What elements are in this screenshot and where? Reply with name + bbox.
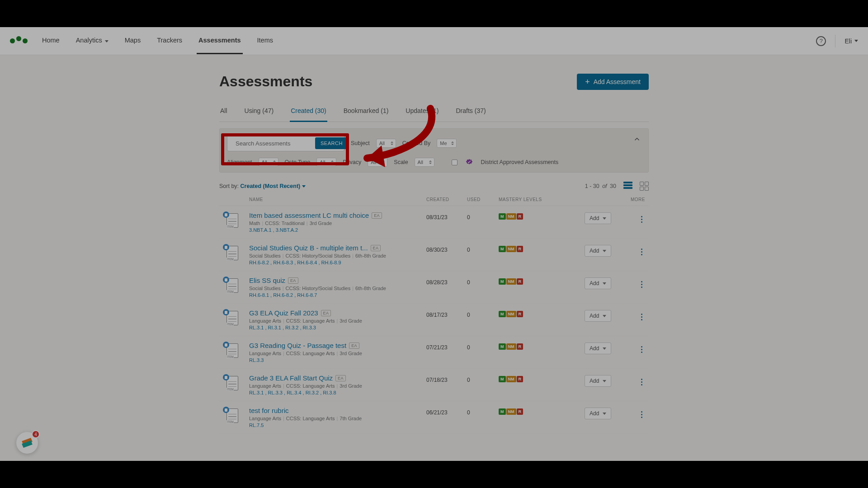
table-row: ITEMG3 Reading Quiz - Passage testEALang… (219, 336, 649, 369)
help-icon[interactable]: ? (816, 36, 826, 46)
assessment-standards[interactable]: RL.3.3 (249, 357, 426, 363)
col-mastery: MASTERY LEVELS (499, 197, 585, 202)
divider (835, 35, 835, 47)
assessment-standards[interactable]: RL.7.5 (249, 422, 426, 428)
assessment-title-link[interactable]: Elis SS quiz (249, 277, 285, 284)
assessment-meta: Language Arts|CCSS: Language Arts|3rd Gr… (249, 351, 426, 356)
more-menu-icon[interactable] (638, 311, 645, 323)
nav-home[interactable]: Home (40, 28, 61, 54)
table-row: ITEMSocial Studies Quiz B - multiple ite… (219, 239, 649, 271)
used-count: 0 (467, 244, 499, 253)
assessment-icon: ITEM (223, 244, 239, 260)
add-dropdown[interactable]: Add (585, 277, 611, 289)
filter-alignment-select[interactable]: All (259, 158, 278, 167)
used-count: 0 (467, 407, 499, 416)
assessment-meta: Language Arts|CCSS: Language Arts|3rd Gr… (249, 383, 426, 389)
lock-icon (223, 244, 229, 250)
filter-qstntype-label: Qstn Type (285, 159, 311, 165)
assessment-standards[interactable]: RH.6-8.2 , RH.6-8.3 , RH.6-8.4 , RH.6-8.… (249, 260, 426, 265)
add-dropdown[interactable]: Add (585, 408, 611, 419)
used-count: 0 (467, 309, 499, 318)
assessment-meta: Language Arts|CCSS: Language Arts|7th Gr… (249, 416, 426, 421)
used-count: 0 (467, 374, 499, 383)
mastery-badges: MNMR (499, 376, 585, 382)
add-assessment-label: Add Assessment (594, 78, 641, 85)
sort-dropdown[interactable]: Created (Most Recent) (241, 183, 306, 189)
search-button[interactable]: SEARCH (315, 137, 348, 149)
add-dropdown[interactable]: Add (585, 245, 611, 257)
assessment-standards[interactable]: RL.3.1 , RL.3.3 , RL.3.4 , RI.3.2 , RI.3… (249, 390, 426, 395)
user-menu[interactable]: Eli (844, 38, 858, 45)
ea-badge: EA (371, 245, 381, 251)
sort-by-label: Sort by: (219, 183, 239, 189)
more-menu-icon[interactable] (638, 376, 645, 388)
tab-all[interactable]: All (219, 103, 228, 122)
district-badge-icon (466, 159, 473, 166)
created-date: 08/30/23 (426, 244, 467, 253)
more-menu-icon[interactable] (638, 343, 645, 356)
add-dropdown[interactable]: Add (585, 375, 611, 387)
lock-icon (223, 309, 229, 315)
mastery-badges: MNMR (499, 343, 585, 350)
tab-drafts-37-[interactable]: Drafts (37) (455, 103, 487, 122)
assessment-title-link[interactable]: Grade 3 ELA Fall Start Quiz (249, 374, 333, 382)
search-input[interactable] (236, 140, 311, 147)
assessment-title-link[interactable]: G3 Reading Quiz - Passage test (249, 342, 346, 349)
col-more: MORE (625, 197, 645, 202)
lock-icon (223, 407, 229, 413)
add-assessment-button[interactable]: Add Assessment (577, 74, 649, 90)
table-row: ITEMGrade 3 ELA Fall Start QuizEALanguag… (219, 369, 649, 401)
table-row: ITEMItem based assessment LC multi choic… (219, 206, 649, 239)
nav-trackers[interactable]: Trackers (155, 28, 184, 54)
add-dropdown[interactable]: Add (585, 343, 611, 354)
help-widget[interactable]: 4 (16, 432, 38, 454)
letterbox-bottom (0, 461, 868, 488)
nav-maps[interactable]: Maps (123, 28, 142, 54)
view-list-icon[interactable] (623, 182, 632, 191)
nav-items[interactable]: Items (255, 28, 275, 54)
filter-qstntype-select[interactable]: All (316, 158, 336, 167)
add-dropdown[interactable]: Add (585, 212, 611, 224)
lock-icon (223, 342, 229, 348)
assessment-icon: ITEM (223, 211, 239, 228)
col-used: USED (467, 197, 499, 202)
created-date: 08/17/23 (426, 309, 467, 318)
tab-using-47-[interactable]: Using (47) (244, 103, 275, 122)
assessment-title-link[interactable]: G3 ELA Quiz Fall 2023 (249, 309, 318, 317)
more-menu-icon[interactable] (638, 408, 645, 421)
table-row: ITEMtest for rubricLanguage Arts|CCSS: L… (219, 401, 649, 434)
assessment-standards[interactable]: RL.3.1 , RI.3.1 , RI.3.2 , RI.3.3 (249, 325, 426, 330)
mastery-badges: MNMR (499, 213, 585, 220)
mastery-badges: MNMR (499, 278, 585, 285)
lock-icon (223, 374, 229, 380)
collapse-filters-icon[interactable] (633, 135, 641, 145)
district-checkbox[interactable] (452, 160, 458, 165)
assessment-icon: ITEM (223, 374, 239, 390)
assessment-standards[interactable]: 3.NBT.A.1 , 3.NBT.A.2 (249, 227, 426, 233)
add-dropdown[interactable]: Add (585, 310, 611, 322)
used-count: 0 (467, 211, 499, 221)
more-menu-icon[interactable] (638, 213, 645, 225)
col-name: NAME (249, 197, 426, 202)
tab-created-30-[interactable]: Created (30) (290, 103, 327, 122)
created-date: 08/31/23 (426, 211, 467, 221)
assessment-title-link[interactable]: Social Studies Quiz B - multiple item t.… (249, 244, 368, 252)
lock-icon (223, 211, 229, 218)
assessment-meta: Math|CCSS: Traditional|3rd Grade (249, 221, 426, 226)
district-label: District Approved Assessments (481, 159, 559, 165)
search-wrap: SEARCH (227, 135, 344, 151)
assessment-title-link[interactable]: Item based assessment LC multi choice (249, 211, 369, 219)
assessment-standards[interactable]: RH.6-8.1 , RH.6-8.2 , RH.6-8.7 (249, 292, 426, 298)
app-logo[interactable] (10, 38, 28, 43)
ea-badge: EA (372, 212, 382, 219)
created-date: 06/21/23 (426, 407, 467, 416)
more-menu-icon[interactable] (638, 246, 645, 258)
assessment-title-link[interactable]: test for rubric (249, 407, 289, 414)
more-menu-icon[interactable] (638, 278, 645, 291)
nav-assessments[interactable]: Assessments (197, 28, 243, 54)
created-date: 07/18/23 (426, 374, 467, 383)
used-count: 0 (467, 342, 499, 351)
nav-analytics[interactable]: Analytics (74, 28, 110, 54)
view-grid-icon[interactable] (640, 182, 649, 191)
mastery-badges: MNMR (499, 311, 585, 317)
